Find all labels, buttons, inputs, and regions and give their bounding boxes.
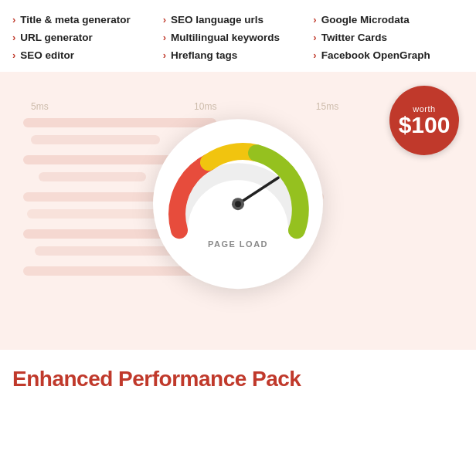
feature-item-twitter-cards: › Twitter Cards <box>313 32 464 43</box>
chevron-icon: › <box>313 14 316 25</box>
enhanced-performance-title: Enhanced Performance Pack <box>12 367 464 391</box>
chevron-icon: › <box>163 49 166 61</box>
svg-point-2 <box>235 201 241 207</box>
feature-item-multilingual: › Multilingual keywords <box>163 32 314 43</box>
chevron-icon: › <box>313 49 316 61</box>
chevron-icon: › <box>12 49 15 61</box>
feature-item-google-microdata: › Google Microdata <box>313 14 464 25</box>
feature-item-seo-editor: › SEO editor <box>12 49 163 61</box>
chevron-icon: › <box>313 32 316 43</box>
feature-list: › Title & meta generator › SEO language … <box>0 0 476 72</box>
worth-badge: worth $100 <box>389 86 459 155</box>
speedometer: PAGE LOAD <box>153 119 323 289</box>
chevron-icon: › <box>12 32 15 43</box>
chevron-icon: › <box>163 14 166 25</box>
feature-item-hreflang: › Hreflang tags <box>163 49 314 61</box>
feature-item-facebook: › Facebook OpenGraph <box>313 49 464 61</box>
feature-item-title-meta: › Title & meta generator <box>12 14 163 25</box>
speedometer-svg <box>164 130 312 278</box>
chevron-icon: › <box>12 14 15 25</box>
feature-item-seo-language: › SEO language urls <box>163 14 314 25</box>
feature-item-url-generator: › URL generator <box>12 32 163 43</box>
chevron-icon: › <box>163 32 166 43</box>
performance-section: 5ms 10ms 15ms 20ms worth $100 <box>0 72 476 350</box>
bottom-title-section: Enhanced Performance Pack <box>0 350 476 391</box>
